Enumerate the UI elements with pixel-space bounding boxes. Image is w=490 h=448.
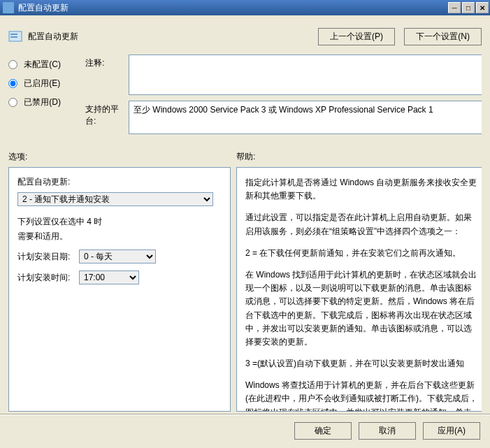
radio-not-configured[interactable]: 未配置(C) <box>8 59 85 71</box>
radio-disabled-input[interactable] <box>8 98 17 107</box>
svg-rect-2 <box>10 36 17 38</box>
comment-textbox[interactable] <box>129 55 482 95</box>
options-note-2: 需要和适用。 <box>17 231 222 243</box>
config-update-label: 配置自动更新: <box>17 176 222 188</box>
next-setting-button[interactable]: 下一个设置(N) <box>404 28 482 45</box>
help-text: 2 = 在下载任何更新前通知，并在安装它们之前再次通知。 <box>245 247 477 260</box>
config-update-select[interactable]: 2 - 通知下载并通知安装 <box>17 192 213 206</box>
options-section-label: 选项: <box>8 151 236 163</box>
radio-group: 未配置(C) 已启用(E) 已禁用(D) <box>8 55 85 140</box>
help-section-label: 帮助: <box>236 151 255 163</box>
help-text: 3 =(默认设置)自动下载更新，并在可以安装更新时发出通知 <box>245 357 477 370</box>
radio-enabled[interactable]: 已启用(E) <box>8 78 85 89</box>
footer: 确定 取消 应用(A) <box>0 414 490 447</box>
radio-enabled-input[interactable] <box>8 79 17 88</box>
install-time-select[interactable]: 17:00 <box>79 270 139 284</box>
help-panel[interactable]: 指定此计算机是否将通过 Windows 自动更新服务来接收安全更新和其他重要下载… <box>236 167 482 412</box>
title-bar: 配置自动更新 ─ □ ✕ <box>0 0 490 15</box>
help-text: 在 Windows 找到适用于此计算机的更新时，在状态区域就会出现一个图标，以及… <box>245 268 477 349</box>
install-day-label: 计划安装日期: <box>17 251 79 263</box>
help-text: 指定此计算机是否将通过 Windows 自动更新服务来接收安全更新和其他重要下载… <box>245 176 477 203</box>
app-icon <box>3 2 14 13</box>
apply-button[interactable]: 应用(A) <box>423 422 480 440</box>
cancel-button[interactable]: 取消 <box>359 422 416 440</box>
policy-icon <box>8 29 22 43</box>
ok-button[interactable]: 确定 <box>294 422 352 440</box>
radio-not-configured-input[interactable] <box>8 60 17 69</box>
content-area: 配置自动更新 上一个设置(P) 下一个设置(N) 未配置(C) 已启用(E) 已… <box>0 15 490 414</box>
help-text: Windows 将查找适用于计算机的更新，并在后台下载这些更新(在此进程中，用户… <box>245 379 477 412</box>
svg-rect-1 <box>10 34 17 35</box>
options-panel: 配置自动更新: 2 - 通知下载并通知安装 下列设置仅在选中 4 时 需要和适用… <box>8 167 231 412</box>
options-note-1: 下列设置仅在选中 4 时 <box>17 216 222 228</box>
install-day-select[interactable]: 0 - 每天 <box>79 250 156 263</box>
radio-disabled[interactable]: 已禁用(D) <box>8 96 85 108</box>
install-time-label: 计划安装时间: <box>17 272 79 284</box>
window-title: 配置自动更新 <box>18 2 447 14</box>
platform-textbox: 至少 Windows 2000 Service Pack 3 或 Windows… <box>129 101 482 134</box>
help-text: 通过此设置，可以指定是否在此计算机上启用自动更新。如果启用该服务，则必须在“组策… <box>245 211 477 238</box>
maximize-button[interactable]: □ <box>462 2 475 13</box>
header-row: 配置自动更新 上一个设置(P) 下一个设置(N) <box>8 22 482 50</box>
prev-setting-button[interactable]: 上一个设置(P) <box>318 28 395 45</box>
minimize-button[interactable]: ─ <box>448 2 461 13</box>
page-title: 配置自动更新 <box>28 31 311 43</box>
close-button[interactable]: ✕ <box>476 2 489 13</box>
platform-label: 支持的平台: <box>85 101 129 134</box>
comment-label: 注释: <box>85 55 129 95</box>
